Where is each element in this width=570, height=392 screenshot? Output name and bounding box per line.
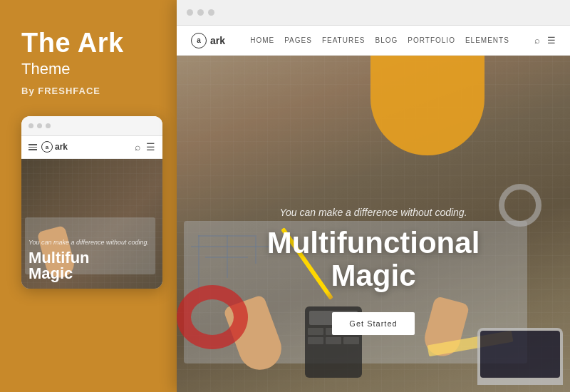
mobile-search-icon: ⌕: [135, 141, 140, 153]
theme-title: The Ark: [21, 29, 160, 58]
desktop-hero: You can make a difference without coding…: [177, 56, 570, 392]
mobile-headline: Multifun Magic: [28, 250, 155, 282]
desktop-dot-3: [208, 9, 214, 16]
laptop-screen: [480, 331, 560, 378]
mobile-logo: a ark: [41, 141, 68, 153]
desktop-dot-2: [197, 9, 204, 16]
desktop-nav-icons: ⌕ ☰: [534, 35, 556, 46]
mobile-browser-bar: [21, 116, 162, 136]
desktop-nav-links: HOME PAGES FEATURES BLOG PORTFOLIO ELEME…: [250, 36, 509, 44]
nav-link-blog[interactable]: BLOG: [375, 36, 398, 44]
desktop-text-content: You can make a difference without coding…: [231, 207, 516, 335]
left-panel: The Ark Theme By FRESHFACE a ark ⌕: [0, 0, 177, 392]
bp-line-5: [227, 235, 228, 278]
hamburger-icon: [28, 144, 37, 150]
theme-subtitle: Theme: [21, 60, 160, 78]
mobile-text-content: You can make a difference without coding…: [28, 239, 155, 282]
mobile-dot-1: [28, 123, 33, 128]
desktop-headline: Multifunctional Magic: [231, 227, 516, 292]
mobile-logo-circle: a: [41, 141, 53, 153]
desktop-tagline: You can make a difference without coding…: [231, 207, 516, 218]
nav-link-home[interactable]: HOME: [250, 36, 274, 44]
desktop-dot-1: [187, 9, 193, 16]
laptop: [477, 328, 563, 385]
desktop-logo-circle: a: [191, 33, 207, 48]
mobile-nav-left: a ark: [28, 141, 68, 153]
desktop-logo: a ark: [191, 33, 225, 48]
desktop-browser-bar: [177, 0, 570, 26]
desktop-mockup: a ark HOME PAGES FEATURES BLOG PORTFOLIO…: [177, 0, 570, 392]
bp-line-4: [198, 235, 200, 292]
mobile-content: You can make a difference without coding…: [21, 159, 162, 289]
mobile-nav: a ark ⌕ ☰: [21, 136, 162, 159]
theme-author: By FRESHFACE: [21, 86, 160, 96]
helmet: [370, 56, 484, 155]
mobile-menu-icon: ☰: [146, 141, 155, 153]
mobile-dot-2: [37, 123, 42, 128]
desktop-search-icon[interactable]: ⌕: [534, 35, 540, 46]
get-started-button[interactable]: Get Started: [332, 312, 414, 335]
mobile-mockup: a ark ⌕ ☰ You can make a difference with…: [21, 116, 162, 289]
mobile-nav-right: ⌕ ☰: [135, 141, 155, 153]
nav-link-pages[interactable]: PAGES: [284, 36, 312, 44]
mobile-dot-3: [46, 123, 51, 128]
desktop-nav: a ark HOME PAGES FEATURES BLOG PORTFOLIO…: [177, 26, 570, 56]
desktop-menu-icon[interactable]: ☰: [547, 35, 556, 46]
nav-link-features[interactable]: FEATURES: [322, 36, 366, 44]
nav-link-elements[interactable]: ELEMENTS: [465, 36, 509, 44]
mobile-tagline: You can make a difference without coding…: [28, 239, 155, 247]
nav-link-portfolio[interactable]: PORTFOLIO: [408, 36, 455, 44]
